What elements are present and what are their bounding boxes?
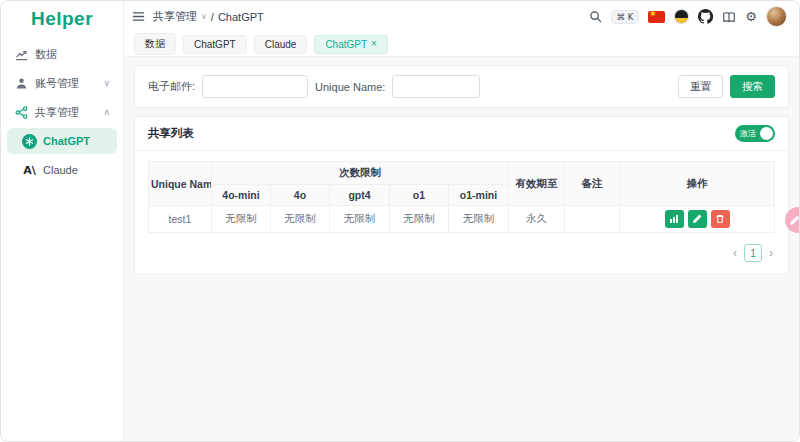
breadcrumb-section[interactable]: 共享管理 [153, 9, 197, 24]
app-logo: Helper [1, 1, 123, 37]
sidebar-item-label: 共享管理 [35, 105, 79, 120]
docs-book-icon[interactable] [722, 10, 736, 24]
pagination: ‹ 1 › [135, 233, 788, 274]
theme-toggle-icon[interactable] [674, 9, 689, 24]
stats-button[interactable] [665, 210, 684, 228]
prev-page-icon[interactable]: ‹ [733, 247, 737, 259]
topbar: 共享管理 ∨ / ChatGPT ⌘ K ★ [124, 1, 799, 32]
col-o1: o1 [390, 185, 449, 206]
active-toggle[interactable]: 激活 [735, 125, 775, 142]
tab-label: ChatGPT [194, 39, 236, 50]
cell-limit-o1: 无限制 [390, 206, 449, 233]
col-actions: 操作 [620, 162, 775, 206]
chart-icon [14, 47, 29, 62]
chevron-up-icon: ∧ [103, 107, 110, 117]
col-o1-mini: o1-mini [449, 185, 509, 206]
col-4o-mini: 4o-mini [212, 185, 271, 206]
tab-claude[interactable]: Claude [254, 35, 308, 54]
next-page-icon[interactable]: › [769, 247, 773, 259]
sidebar-item-label: 数据 [35, 47, 57, 62]
col-gpt4: gpt4 [330, 185, 390, 206]
topbar-actions: ⌘ K ★ ⚙ [589, 6, 787, 27]
sidebar-item-chatgpt[interactable]: ChatGPT [7, 128, 117, 154]
edit-button[interactable] [688, 210, 707, 228]
col-valid-until: 有效期至 [509, 162, 565, 206]
tab-chatgpt[interactable]: ChatGPT [183, 35, 247, 54]
cell-remark [565, 206, 620, 233]
cell-unique-name: test1 [149, 206, 212, 233]
tab-chatgpt-active[interactable]: ChatGPT × [314, 35, 388, 54]
cell-limit-4o-mini: 无限制 [212, 206, 271, 233]
github-icon[interactable] [698, 9, 713, 24]
col-4o: 4o [271, 185, 330, 206]
share-table: Unique Name 次数限制 有效期至 备注 操作 4o-mini 4o g… [148, 161, 775, 233]
settings-gear-icon[interactable]: ⚙ [745, 10, 757, 23]
tabbar: 数据 ChatGPT Claude ChatGPT × [124, 32, 799, 57]
sidebar-collapse-icon[interactable] [132, 10, 145, 23]
anthropic-icon: A\ [22, 163, 37, 178]
reset-button[interactable]: 重置 [678, 75, 723, 98]
sidebar-nav: 数据 账号管理 ∨ 共享管理 ∧ [1, 37, 123, 190]
table-row: test1 无限制 无限制 无限制 无限制 无限制 永久 [149, 206, 775, 233]
toggle-label: 激活 [740, 128, 756, 139]
share-list-header: 共享列表 激活 [135, 117, 788, 151]
email-label: 电子邮件: [148, 79, 195, 94]
cell-actions [620, 206, 775, 233]
tab-label: ChatGPT [325, 39, 367, 50]
cell-limit-o1-mini: 无限制 [449, 206, 509, 233]
main-area: 共享管理 ∨ / ChatGPT ⌘ K ★ [124, 1, 799, 441]
share-list-title: 共享列表 [148, 126, 194, 141]
breadcrumb-separator: / [211, 11, 214, 23]
cell-valid-until: 永久 [509, 206, 565, 233]
sidebar-item-label: ChatGPT [43, 135, 90, 147]
delete-button[interactable] [711, 210, 730, 228]
pencil-icon [789, 215, 800, 226]
breadcrumb-page: ChatGPT [218, 11, 264, 23]
sidebar-item-data[interactable]: 数据 [7, 41, 117, 67]
sidebar-item-accounts[interactable]: 账号管理 ∨ [7, 70, 117, 96]
unique-name-label: Unique Name: [315, 81, 385, 93]
cell-limit-4o: 无限制 [271, 206, 330, 233]
share-list-card: 共享列表 激活 Unique Name 次数限制 [134, 116, 789, 275]
language-flag-cn[interactable]: ★ [648, 11, 665, 23]
sidebar-item-label: Claude [43, 164, 78, 176]
openai-icon [22, 134, 37, 149]
flag-star-icon: ★ [649, 11, 656, 18]
tab-label: 数据 [145, 37, 165, 51]
shortcut-badge: ⌘ K [611, 10, 640, 24]
sidebar-item-sharing[interactable]: 共享管理 ∧ [7, 99, 117, 125]
breadcrumb: 共享管理 ∨ / ChatGPT [153, 9, 264, 24]
app-window: Helper 数据 账号管理 ∨ [0, 0, 800, 442]
search-form-card: 电子邮件: Unique Name: 重置 搜索 [134, 65, 789, 108]
chevron-down-icon: ∨ [201, 12, 207, 21]
tab-label: Claude [265, 39, 297, 50]
user-icon [14, 76, 29, 91]
chevron-down-icon: ∨ [103, 78, 110, 88]
content-area: 电子邮件: Unique Name: 重置 搜索 共享列表 激活 [124, 57, 799, 441]
email-field[interactable] [202, 75, 308, 98]
sidebar-item-claude[interactable]: A\ Claude [7, 157, 117, 183]
col-remark: 备注 [565, 162, 620, 206]
share-icon [14, 105, 29, 120]
cell-limit-gpt4: 无限制 [330, 206, 390, 233]
col-group-limits: 次数限制 [212, 162, 509, 185]
search-icon[interactable] [589, 10, 602, 23]
toggle-knob [760, 127, 773, 140]
tab-data[interactable]: 数据 [134, 33, 176, 55]
col-unique-name: Unique Name [149, 162, 212, 206]
sidebar-item-label: 账号管理 [35, 76, 79, 91]
user-avatar[interactable] [766, 6, 787, 27]
sidebar: Helper 数据 账号管理 ∨ [1, 1, 124, 441]
close-icon[interactable]: × [371, 39, 377, 49]
page-number[interactable]: 1 [744, 244, 762, 262]
search-button[interactable]: 搜索 [730, 75, 775, 98]
unique-name-field[interactable] [392, 75, 480, 98]
